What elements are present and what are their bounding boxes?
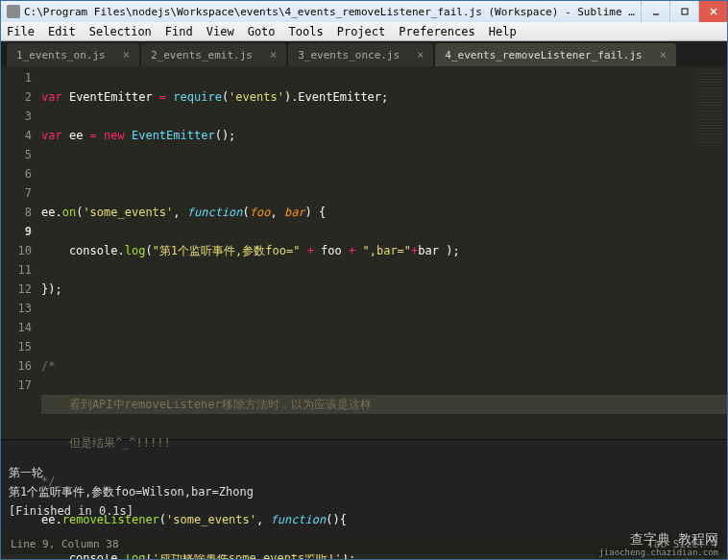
minimize-button[interactable] <box>641 1 669 22</box>
close-icon[interactable]: × <box>660 48 667 61</box>
tab-bar: 1_events_on.js× 2_events_emit.js× 3_even… <box>1 41 727 66</box>
window-titlebar: C:\Program Files\nodejs\Workspace\events… <box>1 1 727 22</box>
tab-4[interactable]: 4_events_removeListener_fail.js× <box>435 43 676 66</box>
editor[interactable]: 1234567891011121314151617 var EventEmitt… <box>1 66 727 439</box>
menu-selection[interactable]: Selection <box>89 25 152 38</box>
app-icon <box>7 5 20 18</box>
close-button[interactable] <box>698 1 727 22</box>
tab-2[interactable]: 2_events_emit.js× <box>141 43 286 66</box>
menu-goto[interactable]: Goto <box>248 25 276 38</box>
menu-file[interactable]: File <box>7 25 35 38</box>
tab-label: 1_events_on.js <box>16 49 106 61</box>
tab-label: 4_events_removeListener_fail.js <box>445 49 642 61</box>
menu-help[interactable]: Help <box>489 25 517 38</box>
tab-1[interactable]: 1_events_on.js× <box>7 43 139 66</box>
menu-tools[interactable]: Tools <box>289 25 324 38</box>
code-area[interactable]: var EventEmitter = require('events').Eve… <box>41 66 727 439</box>
line-gutter: 1234567891011121314151617 <box>1 66 41 439</box>
status-cursor[interactable]: Line 9, Column 38 <box>11 538 119 550</box>
svg-rect-1 <box>682 9 688 14</box>
tab-label: 3_events_once.js <box>298 49 400 61</box>
menu-preferences[interactable]: Preferences <box>399 25 474 38</box>
window-title: C:\Program Files\nodejs\Workspace\events… <box>24 6 641 18</box>
console-line: 第一轮 <box>9 466 43 479</box>
watermark: 查字典 教程网 jiaocheng.chazidian.com <box>593 529 724 560</box>
tab-3[interactable]: 3_events_once.js× <box>288 43 433 66</box>
menu-find[interactable]: Find <box>165 25 193 38</box>
close-icon[interactable]: × <box>123 48 130 61</box>
minimap[interactable] <box>696 70 723 147</box>
maximize-button[interactable] <box>669 1 698 22</box>
menu-bar: File Edit Selection Find View Goto Tools… <box>1 22 727 41</box>
close-icon[interactable]: × <box>417 48 424 61</box>
close-icon[interactable]: × <box>270 48 277 61</box>
menu-edit[interactable]: Edit <box>48 25 76 38</box>
menu-view[interactable]: View <box>206 25 234 38</box>
tab-label: 2_events_emit.js <box>151 49 253 61</box>
menu-project[interactable]: Project <box>337 25 386 38</box>
